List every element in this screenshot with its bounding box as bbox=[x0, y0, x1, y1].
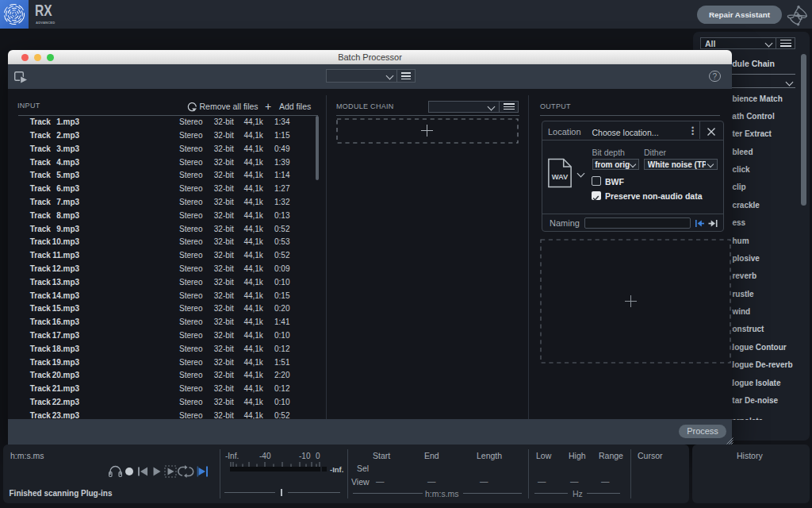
svg-text:WAV: WAV bbox=[552, 172, 569, 181]
